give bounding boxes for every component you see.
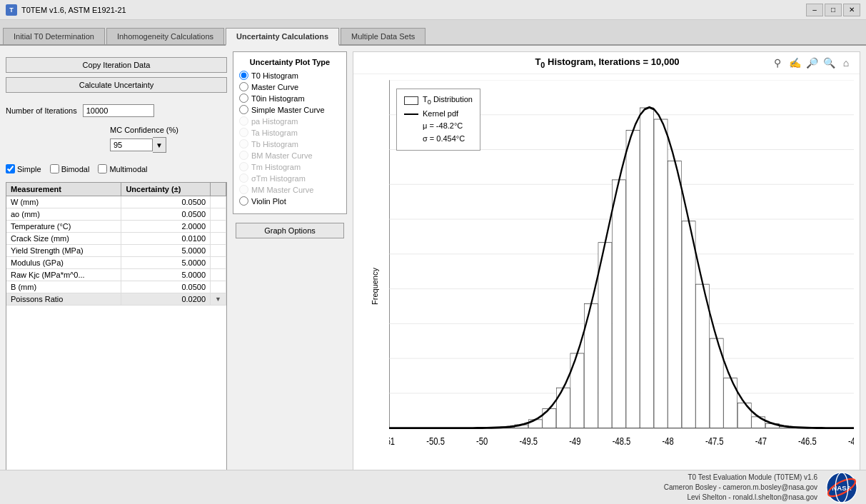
table-row: ao (mm) xyxy=(6,208,121,221)
copy-iteration-data-button[interactable]: Copy Iteration Data xyxy=(6,57,227,73)
table-row: 0.0500 xyxy=(121,196,211,208)
plot-type-option[interactable]: Master Curve xyxy=(239,82,341,91)
distribution-checkboxes: Simple Bimodal Multimodal xyxy=(6,164,227,173)
plot-type-option[interactable]: T0in Histogram xyxy=(239,94,341,103)
iterations-row: Number of Iterations xyxy=(6,104,227,117)
legend-t0-dist-label: T0 Distribution xyxy=(423,94,473,108)
plot-type-radio xyxy=(239,151,248,160)
tab-initial-t0[interactable]: Initial T0 Determination xyxy=(3,28,105,44)
svg-rect-59 xyxy=(724,378,737,428)
legend-kernel-pdf-icon xyxy=(404,114,418,115)
chart-tools: ⚲ ✍ 🔎 🔍 ⌂ xyxy=(770,55,854,71)
simple-checkbox[interactable] xyxy=(6,164,15,173)
chart-legend: T0 Distribution Kernel pdf μ = -48.2°C σ… xyxy=(396,89,480,151)
pan-tool-button[interactable]: ⚲ xyxy=(770,55,785,71)
table-row: 5.0000 xyxy=(121,245,211,257)
svg-rect-46 xyxy=(543,408,556,428)
plot-type-option[interactable]: Simple Master Curve xyxy=(239,105,341,114)
mc-confidence-input[interactable] xyxy=(110,138,153,151)
graph-options-button[interactable]: Graph Options xyxy=(236,223,344,238)
table-row: Raw Kjc (MPa*m^0... xyxy=(6,269,121,281)
svg-rect-56 xyxy=(682,221,695,428)
table-row: 0.0500 xyxy=(121,208,211,221)
calculate-uncertainty-button[interactable]: Calculate Uncertainty xyxy=(6,77,227,93)
svg-rect-48 xyxy=(570,353,584,428)
plot-type-label: Violin Plot xyxy=(251,197,286,206)
plot-type-label: T0 Histogram xyxy=(251,71,298,80)
plot-type-option: MM Master Curve xyxy=(239,185,341,194)
left-panel: Copy Iteration Data Calculate Uncertaint… xyxy=(6,51,227,498)
plot-type-option: Tm Histogram xyxy=(239,162,341,171)
zoom-out-button[interactable]: 🔍 xyxy=(821,55,837,71)
plot-type-radio[interactable] xyxy=(239,82,248,91)
plot-type-radio[interactable] xyxy=(239,196,248,206)
svg-rect-47 xyxy=(556,388,570,428)
table-row: 0.0500 xyxy=(121,281,211,293)
y-axis-label: Frequency xyxy=(371,268,379,305)
plot-type-label: Tb Histogram xyxy=(251,140,298,148)
svg-text:-47.5: -47.5 xyxy=(705,435,724,447)
plot-type-radio xyxy=(239,185,248,194)
home-button[interactable]: ⌂ xyxy=(838,55,854,71)
plot-type-option: BM Master Curve xyxy=(239,151,341,160)
main-content: Copy Iteration Data Calculate Uncertaint… xyxy=(0,46,866,504)
plot-type-label: MM Master Curve xyxy=(251,186,313,194)
minimize-button[interactable]: – xyxy=(806,4,823,16)
legend-kernel-pdf-label: Kernel pdf xyxy=(423,108,458,121)
simple-checkbox-label[interactable]: Simple xyxy=(6,164,41,173)
app-icon: T xyxy=(6,4,17,16)
table-row: Modulus (GPa) xyxy=(6,257,121,269)
plot-type-radio xyxy=(239,139,248,148)
multimodal-checkbox-label[interactable]: Multimodal xyxy=(98,164,147,173)
svg-rect-55 xyxy=(668,161,682,428)
svg-rect-51 xyxy=(612,180,625,428)
plot-type-label: Simple Master Curve xyxy=(251,106,325,114)
iterations-label: Number of Iterations xyxy=(6,106,77,115)
table-row: B (mm) xyxy=(6,281,121,293)
table-row: Crack Size (mm) xyxy=(6,233,121,245)
table-row: Poissons Ratio xyxy=(6,293,121,306)
bottom-bar: T0 Test Evaluation Module (T0TEM) v1.6 C… xyxy=(0,470,866,504)
mc-confidence-dropdown[interactable]: ▼ xyxy=(153,137,166,153)
table-row: 0.0100 xyxy=(121,233,211,245)
plot-type-radio[interactable] xyxy=(239,94,248,103)
tab-inhomogeneity[interactable]: Inhomogeneity Calculations xyxy=(106,28,224,44)
nasa-logo: NASA xyxy=(826,472,857,503)
svg-text:-51: -51 xyxy=(389,435,395,447)
bottom-line3: Levi Shelton - ronald.l.shelton@nasa.gov xyxy=(664,493,817,503)
svg-rect-53 xyxy=(640,108,654,428)
tab-bar: Initial T0 Determination Inhomogeneity C… xyxy=(0,20,866,46)
iterations-input[interactable] xyxy=(83,104,154,117)
svg-text:-50.5: -50.5 xyxy=(426,435,445,447)
close-button[interactable]: ✕ xyxy=(843,4,860,16)
plot-type-title: Uncertainty Plot Type xyxy=(239,58,341,66)
tab-multiple-data[interactable]: Multiple Data Sets xyxy=(341,28,426,44)
chart-area: T0 Histogram, Iterations = 10,000 ⚲ ✍ 🔎 … xyxy=(353,51,860,498)
measurements-table: Measurement Uncertainty (±) W (mm)0.0500… xyxy=(6,182,227,498)
table-row: 0.0200 xyxy=(121,293,211,306)
cursor-tool-button[interactable]: ✍ xyxy=(787,55,802,71)
plot-type-option[interactable]: T0 Histogram xyxy=(239,71,341,80)
bimodal-checkbox-label[interactable]: Bimodal xyxy=(50,164,90,173)
plot-type-radio xyxy=(239,173,248,183)
zoom-in-button[interactable]: 🔎 xyxy=(804,55,820,71)
buttons-section: Copy Iteration Data Calculate Uncertaint… xyxy=(6,51,227,99)
multimodal-checkbox[interactable] xyxy=(98,164,107,173)
svg-text:-46: -46 xyxy=(848,435,854,447)
bimodal-checkbox[interactable] xyxy=(50,164,59,173)
plot-type-option[interactable]: Violin Plot xyxy=(239,196,341,206)
plot-type-radio[interactable] xyxy=(239,71,248,80)
plot-type-box: Uncertainty Plot Type T0 HistogramMaster… xyxy=(233,51,347,214)
table-row: Temperature (°C) xyxy=(6,221,121,233)
table-row: W (mm) xyxy=(6,196,121,208)
plot-type-option: Ta Histogram xyxy=(239,128,341,137)
plot-type-radio xyxy=(239,116,248,126)
tab-uncertainty[interactable]: Uncertainty Calculations xyxy=(226,28,339,46)
table-row: 2.0000 xyxy=(121,221,211,233)
plot-type-radio[interactable] xyxy=(239,105,248,114)
graph-options-section: Graph Options xyxy=(233,214,347,241)
svg-text:-48: -48 xyxy=(662,435,673,447)
scrollbar-down[interactable]: ▼ xyxy=(215,296,221,303)
maximize-button[interactable]: □ xyxy=(825,4,842,16)
table-row: Yield Strength (MPa) xyxy=(6,245,121,257)
